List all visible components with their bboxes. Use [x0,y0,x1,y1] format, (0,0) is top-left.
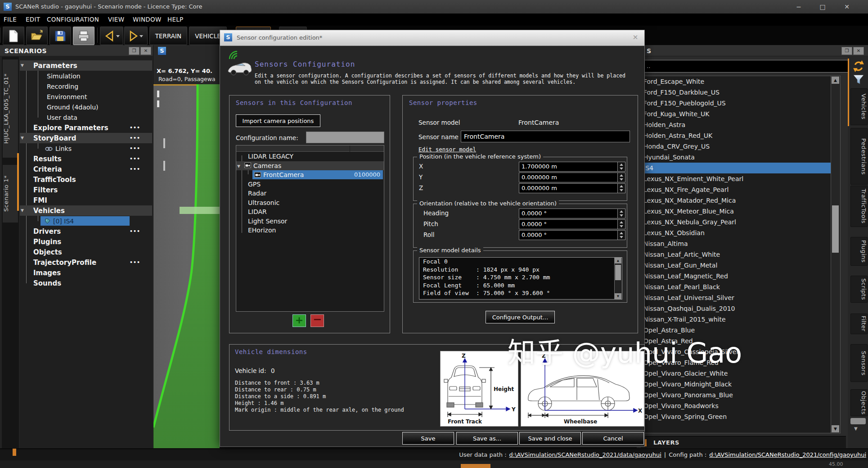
tab-filter[interactable]: Filter [850,314,868,334]
sensor-details-list[interactable]: Focal 0Resolution: 1824 px x 940 pxSenso… [419,257,622,300]
redo-button[interactable] [124,27,148,45]
menu-file[interactable]: FILE [4,16,17,23]
library-scrollbar[interactable]: ▲ ▼ [831,76,841,433]
tree-item[interactable]: FMI [20,195,152,205]
configuration-name-input[interactable] [306,132,384,143]
tree-item[interactable]: Ground (4daolu) [20,102,152,112]
position-input[interactable]: 0.000000 m [519,183,619,193]
terrain-mode-button[interactable]: TERRAIN [149,27,187,45]
vehicle-list-item[interactable]: Ford_F150_Darkblue_US [641,87,831,98]
vehicle-list-item[interactable]: Nissan_Leaf_Gun_Metal [641,260,831,271]
vehicle-list-item[interactable]: Holden_Astra [641,119,831,130]
tree-item[interactable]: Environment [20,91,152,102]
vehicle-list-item[interactable]: Ford_Escape_White [641,76,831,87]
dialog-title-bar[interactable]: S Sensor configuration edition* ✕ [220,30,644,46]
more-options-button[interactable]: ••• [130,164,140,174]
add-sensor-button[interactable]: + [292,314,306,327]
vehicle-list-item[interactable]: Honda_CRV_Grey_US [641,141,831,152]
tabstrip-scroll-handle[interactable] [850,418,866,424]
tree-item[interactable]: ▼Vehicles [20,205,152,216]
chevron-down-icon[interactable]: ▼ [237,162,240,171]
tree-item[interactable]: Explore Parameters••• [20,123,152,133]
scroll-up-icon[interactable]: ▲ [832,77,839,84]
vehicle-list-item[interactable]: Nissan_Altima [641,238,831,249]
vehicle-list-item[interactable]: IS4 [641,163,831,173]
vehicle-list-item[interactable]: Ford_F150_Pueblogold_US [641,98,831,109]
tab-traffictools[interactable]: TrafficTools [850,186,868,227]
vehicle-list-item[interactable]: Lexus_NX_Nebula_Gray_Pearl [641,217,831,227]
orientation-input[interactable]: 0.0000 ° [519,209,619,218]
vehicle-list-item[interactable]: Ford_Kuga_White_UK [641,109,831,119]
cancel-button[interactable]: Cancel [582,432,644,445]
vehicle-list-item[interactable]: Holden_Astra_Red_UK [641,130,831,141]
remove-sensor-button[interactable]: − [310,314,324,327]
sensor-tree-item[interactable]: LIDAR LEGACY [236,152,384,161]
tab-sensors[interactable]: Sensors [850,344,868,382]
vehicle-list-item[interactable]: Nissan_Leaf_Pearl_Black [641,282,831,292]
more-options-button[interactable]: ••• [130,143,140,154]
tree-item[interactable]: Plugins [20,236,152,247]
scrollbar-thumb[interactable] [615,265,621,280]
tab-scripts[interactable]: Scripts [850,276,868,303]
menu-window[interactable]: WINDOW [133,16,162,23]
refresh-icon[interactable] [852,60,865,73]
sensor-tree-item[interactable]: ▼Cameras [236,161,384,171]
tree-item[interactable]: TrajectoryProfile••• [20,257,152,268]
tree-item[interactable]: Recording [20,81,152,91]
config-path-link[interactable]: d:\AVSimulation/SCANeRstudio_2021/config… [709,451,866,458]
sensor-name-input[interactable]: FrontCamera [461,131,630,142]
more-options-button[interactable]: ••• [130,154,140,164]
tree-item[interactable]: Objects [20,247,152,257]
configure-output-button[interactable]: Configure Output... [486,311,555,323]
tree-item[interactable]: Simulation [20,71,152,81]
scroll-down-icon[interactable]: ▼ [832,425,839,432]
orientation-input[interactable]: 0.0000 ° [519,230,619,240]
sensor-tree-item[interactable]: Light Sensor [236,217,384,226]
vehicle-list-item[interactable]: Lexus_NX_Fire_Agate_Pearl [641,184,831,195]
tab-objects[interactable]: Objects [850,389,868,416]
save-button[interactable]: Save [402,432,454,445]
tree-item[interactable]: User data [20,112,152,123]
close-panel-icon[interactable]: ✕ [140,47,151,55]
save-and-close-button[interactable]: Save and close [519,432,581,445]
orientation-input[interactable]: 0.0000 ° [519,219,619,229]
scenario-tab-active[interactable]: Scenario 1* [3,165,18,223]
save-as-button[interactable]: Save as... [456,432,518,445]
more-options-button[interactable]: ••• [130,257,140,268]
tree-item[interactable]: Images [20,268,152,278]
import-camera-positions-button[interactable]: Import camera positions [236,114,320,127]
details-scrollbar[interactable]: ▲ ▼ [614,258,622,299]
user-data-path-link[interactable]: d:\AVSimulation/SCANeRstudio_2021/data/g… [509,451,661,458]
menu-view[interactable]: VIEW [108,16,124,23]
float-panel-icon[interactable]: ❐ [129,47,139,55]
chevron-down-icon[interactable]: ▼ [21,205,24,216]
sensor-tree-item[interactable]: Ultrasonic [236,198,384,208]
filter-funnel-icon[interactable] [852,74,865,86]
open-file-button[interactable] [26,27,48,45]
vehicle-list-item[interactable]: Opel_Vivaro_Roadworks [641,400,831,411]
tab-plugins[interactable]: Plugins [850,237,868,266]
tree-item[interactable]: Drivers••• [20,226,152,236]
print-button[interactable] [73,27,94,45]
more-options-button[interactable]: ••• [130,123,140,133]
layers-panel-header[interactable]: LAYERS [641,436,846,449]
tab-pedestrians[interactable]: Pedestrians [850,128,868,185]
spinner-icon[interactable] [617,183,625,193]
sensor-tree-item[interactable]: LIDAR [236,207,384,217]
chevron-down-icon[interactable]: ▼ [21,60,24,71]
spinner-icon[interactable] [617,209,625,218]
close-button[interactable]: ✕ [838,1,856,12]
sensor-tree-item[interactable]: EHorizon [236,226,384,235]
spinner-icon[interactable] [617,219,625,229]
float-panel-icon[interactable]: ❐ [841,47,852,55]
tabstrip-scroll-down-icon[interactable]: ▼ [854,426,858,431]
position-input[interactable]: 0.000000 m [519,173,619,182]
tree-item[interactable]: Sounds [20,278,152,288]
sensor-tree-item[interactable]: Radar [236,189,384,198]
tree-item[interactable]: Filters [20,185,152,195]
tree-item[interactable]: Criteria••• [20,164,152,174]
tree-item[interactable]: Links••• [20,143,152,154]
vehicle-list-item[interactable]: Lexus_NX_Eminent_White_Pearl [641,173,831,184]
library-search-input[interactable]: .. [643,60,849,73]
vehicle-list-item[interactable]: Hyundai_Sonata [641,152,831,163]
